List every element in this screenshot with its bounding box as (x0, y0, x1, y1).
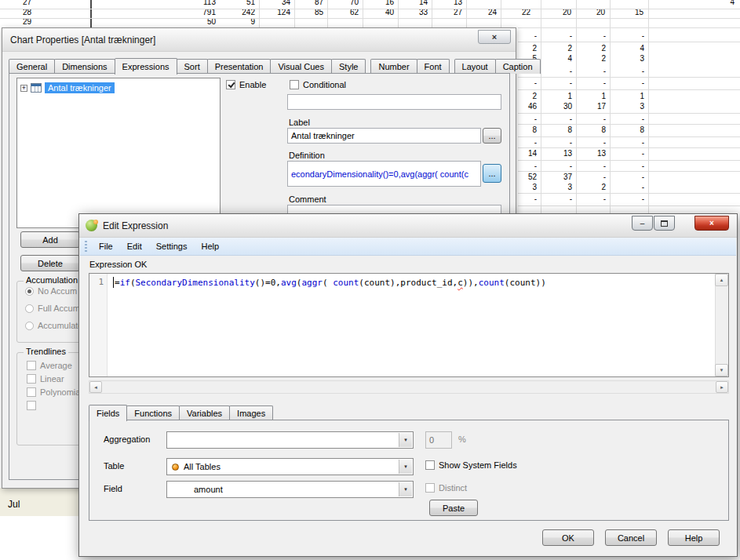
gridline (466, 0, 467, 27)
line-number-gutter: 1 (89, 274, 108, 376)
add-button[interactable]: Add (20, 231, 80, 248)
close-button[interactable]: × (478, 30, 511, 44)
tab-expressions[interactable]: Expressions (115, 58, 177, 75)
expand-icon[interactable]: + (20, 85, 27, 92)
tab-general[interactable]: General (9, 59, 55, 74)
scroll-down-icon: ▼ (720, 368, 724, 373)
trendline-checkbox-4[interactable] (27, 401, 40, 410)
table-cell: - (642, 195, 644, 203)
definition-ellipsis-button[interactable]: ... (483, 164, 501, 183)
table-cell: - (570, 31, 572, 40)
gridline (541, 0, 541, 213)
radio-full-accumulation[interactable]: Full Accum (25, 304, 80, 313)
expression-segment: ), (390, 278, 400, 288)
tab-fields[interactable]: Fields (89, 405, 127, 421)
gridline (90, 0, 92, 27)
help-button[interactable]: Help (668, 529, 720, 546)
delete-button[interactable]: Delete (20, 255, 80, 271)
tab-visual-cues[interactable]: Visual Cues (270, 59, 332, 74)
all-tables-icon (172, 464, 179, 471)
expressions-tree[interactable]: + Antal trækninger (16, 78, 221, 228)
expression-segment: count (364, 278, 390, 288)
ellipsis-glyph: ... (488, 169, 495, 178)
maximize-button[interactable] (654, 216, 675, 231)
help-label: Help (685, 533, 703, 543)
label-ellipsis-button[interactable]: ... (483, 128, 501, 144)
tab-number[interactable]: Number (370, 59, 417, 74)
definition-caption: Definition (289, 151, 325, 160)
cancel-button[interactable]: Cancel (605, 529, 657, 546)
conditional-input[interactable] (287, 94, 501, 110)
chart-properties-titlebar[interactable]: Chart Properties [Antal trækninger] (2, 28, 516, 52)
show-system-fields-checkbox[interactable]: Show System Fields (425, 460, 517, 470)
arrow-glyph: ▼ (403, 464, 408, 469)
trendline-polynomial-checkbox[interactable]: Polynomia (27, 387, 80, 397)
horizontal-scrollbar[interactable]: ◄ ► (89, 380, 729, 394)
gridline (327, 0, 328, 27)
radio-icon (25, 287, 34, 296)
gridline (518, 77, 740, 78)
enable-checkbox[interactable]: Enable (226, 80, 266, 89)
paste-button[interactable]: Paste (429, 500, 478, 516)
table-cell: - (570, 115, 572, 123)
tab-caption[interactable]: Caption (495, 59, 541, 74)
conditional-checkbox[interactable]: Conditional (290, 80, 346, 89)
expression-editor[interactable]: 1 =if(SecondaryDimensionality()=0,avg(ag… (89, 273, 729, 377)
tab-dimensions[interactable]: Dimensions (54, 59, 115, 74)
scroll-down-button[interactable]: ▼ (715, 364, 728, 376)
table-cell: 2 (567, 44, 572, 53)
vertical-scrollbar[interactable]: ▲ ▼ (715, 274, 728, 376)
expression-status: Expression OK (89, 260, 147, 269)
tab-variables[interactable]: Variables (179, 405, 230, 420)
expression-row[interactable]: + Antal trækninger (20, 82, 115, 94)
menu-help[interactable]: Help (194, 240, 226, 253)
scroll-left-button[interactable]: ◄ (89, 381, 102, 393)
table-cell: 13 (454, 0, 462, 6)
table-cell: - (534, 31, 537, 40)
arrow-glyph: ▼ (403, 487, 408, 492)
chevron-down-icon[interactable]: ▼ (399, 433, 412, 447)
tab-sort[interactable]: Sort (177, 59, 208, 74)
menu-settings[interactable]: Settings (149, 240, 195, 253)
radio-accumulate[interactable]: Accumulate (25, 321, 82, 330)
expression-line: =if(SecondaryDimensionality()=0,avg(aggr… (115, 278, 546, 288)
gridline (294, 0, 295, 27)
trendline-linear-checkbox[interactable]: Linear (27, 374, 64, 384)
scroll-right-button[interactable]: ► (716, 381, 728, 393)
chevron-down-icon[interactable]: ▼ (399, 482, 412, 496)
expression-segment: aggr (301, 278, 323, 288)
distinct-checkbox[interactable]: Distinct (425, 483, 467, 493)
scroll-up-button[interactable]: ▲ (715, 274, 728, 286)
minimize-button[interactable]: – (632, 216, 653, 231)
percent-value: 0 (429, 435, 434, 445)
tab-font[interactable]: Font (417, 59, 450, 74)
tab-style[interactable]: Style (331, 59, 366, 74)
table-cell: 51 (246, 0, 255, 6)
tab-presentation[interactable]: Presentation (207, 59, 272, 74)
menu-edit[interactable]: Edit (120, 240, 149, 253)
expression-segment: )), (463, 278, 479, 288)
tab-functions[interactable]: Functions (126, 405, 180, 420)
tab-layout[interactable]: Layout (454, 59, 496, 74)
chevron-down-icon[interactable]: ▼ (399, 460, 412, 474)
table-cell: - (534, 78, 537, 87)
field-dropdown[interactable]: amount ▼ (166, 481, 414, 498)
close-button[interactable]: × (694, 216, 729, 231)
trendline-average-checkbox[interactable]: Average (27, 361, 72, 370)
radio-no-accumulation[interactable]: No Accum (25, 286, 77, 296)
label-input[interactable]: Antal trækninger (287, 128, 481, 144)
aggregation-dropdown[interactable]: ▼ (166, 431, 414, 449)
table-cell: 8 (567, 125, 572, 134)
table-cell: 3 (640, 102, 644, 111)
table-cell: - (642, 183, 644, 191)
definition-input[interactable]: econdaryDimensionality()=0,avg(aggr( cou… (287, 161, 481, 187)
ok-button[interactable]: OK (542, 529, 594, 546)
percent-input[interactable]: 0 (425, 431, 452, 449)
checkbox-box-icon (27, 401, 36, 410)
gridline (576, 0, 577, 213)
expression-segment: SecondaryDimensionality (136, 278, 255, 288)
tab-images[interactable]: Images (229, 405, 273, 420)
table-dropdown[interactable]: All Tables ▼ (166, 458, 414, 475)
gridline (518, 27, 740, 28)
menu-file[interactable]: File (92, 240, 120, 253)
